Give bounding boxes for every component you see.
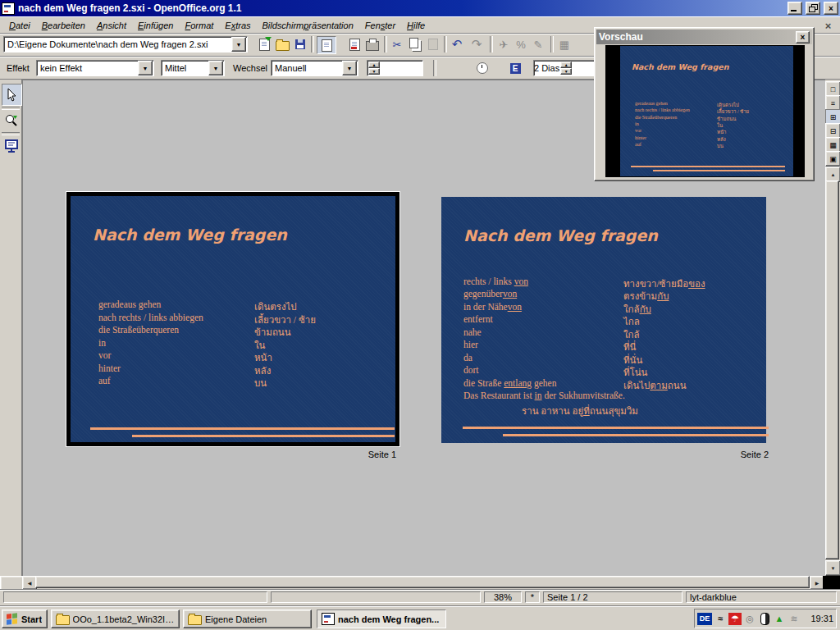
menu-einfuegen[interactable]: Einfügen [132, 19, 179, 32]
hyperlink-icon[interactable]: ✎ [530, 36, 546, 52]
horizontal-scrollbar-track[interactable] [35, 576, 810, 588]
system-tray: DE ≈ ☂ ◎ ▲ ≋ 19:31 [694, 609, 837, 628]
speed-dropdown-button[interactable]: ▼ [208, 61, 223, 75]
paste-icon[interactable] [425, 36, 441, 52]
preview-titlebar[interactable]: Vorschau × [596, 30, 812, 44]
preview-slide-title: Nach dem Weg fragen [632, 62, 728, 71]
menu-ansicht[interactable]: Ansicht [91, 19, 132, 32]
menu-bildschirmpraesentation[interactable]: Bildschirmpräsentation [257, 19, 359, 32]
transition-dropdown-button[interactable]: ▼ [342, 61, 357, 75]
presentation-box-icon[interactable] [2, 135, 21, 156]
cut-icon[interactable]: ✂ [389, 36, 405, 52]
scroll-down-icon[interactable]: ▼ [825, 560, 840, 576]
gallery-icon[interactable]: ▦ [556, 36, 573, 52]
toolbar-separator [490, 36, 493, 52]
undo-icon[interactable]: ↶ [449, 36, 465, 52]
keyboard-layout-indicator[interactable]: DE [697, 613, 712, 625]
vertical-scrollbar-thumb[interactable] [825, 180, 839, 559]
page-label-1: Seite 1 [339, 450, 396, 459]
effect-dropdown-button[interactable]: ▼ [138, 61, 153, 75]
transition-combobox[interactable]: Manuell ▼ [271, 60, 358, 76]
export-pdf-icon[interactable] [346, 36, 363, 52]
status-modified-field: * [525, 591, 540, 603]
mouse-settings-icon[interactable] [758, 613, 771, 625]
slide1-title: Nach dem Weg fragen [93, 226, 287, 244]
status-page-field[interactable]: Seite 1 / 2 [543, 591, 682, 603]
slide-footer-line [503, 434, 769, 436]
window-titlebar[interactable]: nach dem Weg fragen 2.sxi - OpenOffice.o… [0, 0, 840, 16]
select-pointer-icon[interactable] [2, 84, 22, 106]
slide-footer-line [631, 166, 785, 167]
wechsel-label: Wechsel [233, 63, 267, 73]
folder-icon [56, 615, 70, 625]
task-impress-document[interactable]: nach dem Weg fragen... [317, 609, 446, 628]
window-title: nach dem Weg fragen 2.sxi - OpenOffice.o… [18, 2, 784, 14]
close-button[interactable]: × [824, 2, 838, 15]
toolbar-separator [311, 36, 314, 52]
antivirus-icon[interactable]: ☂ [728, 613, 742, 625]
start-button[interactable]: Start [2, 609, 48, 628]
zoom-tool-icon[interactable] [2, 110, 21, 130]
copy-icon[interactable] [407, 36, 423, 52]
task-ooo-folder[interactable]: OOo_1.1beta2_Win32In... [51, 609, 180, 628]
preview-window[interactable]: Vorschau × Nach dem Weg fragen geradeaus… [594, 27, 815, 181]
horizontal-scrollbar-thumb[interactable] [35, 576, 810, 588]
folder-icon [188, 615, 202, 625]
url-input[interactable]: D:\Eigene Dokumente\nach dem Weg fragen … [4, 39, 231, 49]
graphics-utility-icon[interactable]: ≈ [714, 613, 727, 625]
impress-doc-icon [322, 613, 335, 625]
presentation-screen [5, 139, 18, 153]
tray-clock[interactable]: 19:31 [810, 614, 833, 623]
open-document-icon[interactable] [274, 36, 290, 52]
preview-title: Vorschau [599, 31, 796, 43]
edit-file-toggle[interactable] [317, 36, 336, 54]
dias-up-button[interactable]: ▲ [560, 62, 572, 68]
scheduler-icon[interactable]: ≋ [788, 613, 801, 625]
menu-format[interactable]: Format [179, 19, 219, 32]
menu-fenster[interactable]: Fenster [359, 19, 401, 32]
new-document-icon[interactable] [256, 36, 272, 52]
slide-thumbnail-1[interactable]: Nach dem Weg fragen geradeaus gehenเดินต… [66, 192, 399, 446]
slide-footer-line [653, 170, 785, 171]
usb-eject-icon[interactable]: ▲ [773, 613, 786, 625]
scrollbar-corner-gap [823, 576, 840, 589]
time-up-button[interactable]: ▲ [368, 62, 380, 68]
statusbar: 38% * Seite 1 / 2 lyt-darkblue [0, 589, 840, 605]
volume-icon[interactable]: ◎ [743, 613, 756, 625]
menu-hilfe[interactable]: Hilfe [401, 19, 431, 32]
url-dropdown-button[interactable]: ▼ [231, 37, 246, 52]
toolbar-separator [433, 60, 436, 76]
task-eigene-dateien[interactable]: Eigene Dateien [183, 609, 312, 628]
redo-icon[interactable]: ↷ [468, 36, 485, 52]
save-document-icon[interactable] [292, 36, 308, 52]
preview-close-icon[interactable]: × [796, 31, 810, 43]
menu-bearbeiten[interactable]: Bearbeiten [36, 19, 91, 32]
speed-combobox[interactable]: Mittel ▼ [161, 60, 225, 76]
effect-combobox[interactable]: kein Effekt ▼ [36, 60, 154, 76]
main-toolbar [0, 80, 22, 576]
url-combobox[interactable]: D:\Eigene Dokumente\nach dem Weg fragen … [3, 36, 248, 52]
status-layout-field[interactable]: lyt-darkblue [686, 591, 837, 603]
minimize-button[interactable] [788, 2, 802, 15]
transition-time-spinner[interactable]: ▲ ▼ [367, 60, 423, 76]
menu-datei[interactable]: Datei [3, 19, 36, 32]
view-switch-column: □ ≡ ⊞ ⊟ ▦ ▣ ▲ ▼ [825, 80, 840, 576]
navigator-icon[interactable]: ✈ [495, 36, 512, 52]
restore-button[interactable] [806, 2, 820, 15]
view-start-show-icon[interactable]: ▣ [825, 151, 840, 167]
menu-extras[interactable]: Extras [219, 19, 256, 32]
vertical-scrollbar-track[interactable] [825, 180, 839, 559]
effects-window-icon[interactable]: E [507, 60, 523, 76]
print-icon[interactable] [364, 36, 381, 52]
status-zoom-field[interactable]: 38% [484, 591, 522, 603]
dias-down-button[interactable]: ▼ [560, 68, 572, 75]
slide-footer-line [90, 427, 395, 430]
slide-thumbnail-2[interactable]: Nach dem Weg fragen rechts / links vonทา… [441, 197, 766, 443]
slides-per-row-spinner[interactable]: 2 Dias ▲ ▼ [533, 60, 599, 76]
rehearse-timings-icon[interactable] [474, 60, 491, 76]
pointer-arrow [7, 89, 17, 102]
time-down-button[interactable]: ▼ [368, 68, 380, 75]
zoom-icon[interactable]: % [513, 36, 529, 52]
preview-content: Nach dem Weg fragen geradeaus gehenเดินต… [605, 45, 805, 177]
document-close-icon[interactable]: × [821, 19, 835, 32]
